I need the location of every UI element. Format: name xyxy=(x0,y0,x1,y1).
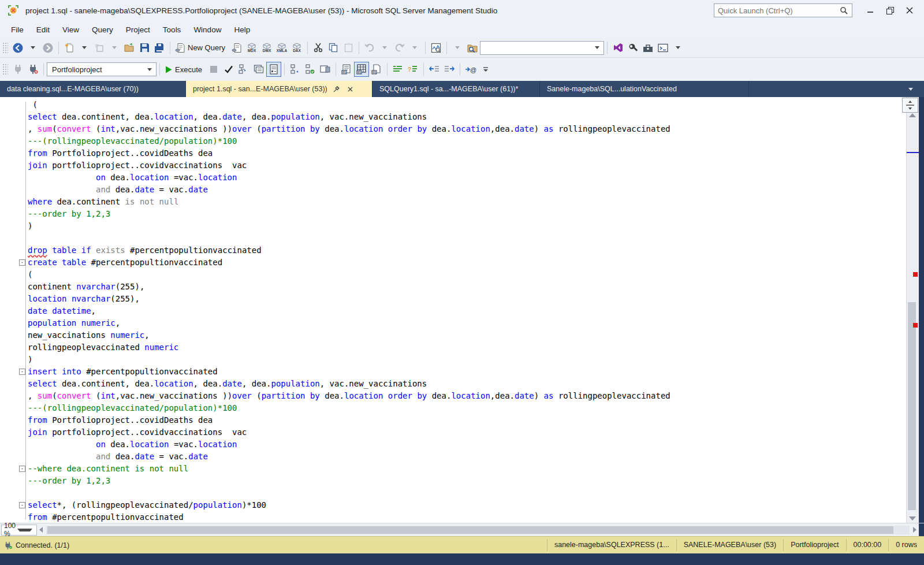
dax-query-icon[interactable]: DAX xyxy=(289,40,304,55)
tab-table-designer[interactable]: Sanele-mageba\SQL...ulationVaccinated xyxy=(540,81,749,97)
quick-launch-input[interactable]: Quick Launch (Ctrl+Q) xyxy=(714,3,852,17)
toolbar-grip[interactable] xyxy=(2,64,8,75)
menu-file[interactable]: File xyxy=(5,23,30,37)
navigate-back-dropdown[interactable] xyxy=(25,40,40,55)
code-line[interactable]: rollingpeoplevaccinated numeric xyxy=(28,341,901,354)
menu-window[interactable]: Window xyxy=(187,23,228,37)
tab-project1-active[interactable]: project 1.sql - san...E-MAGEBA\user (53)… xyxy=(186,81,372,97)
database-engine-query-icon[interactable] xyxy=(229,40,244,55)
code-line[interactable]: from Portfolioproject..covidDeaths dea xyxy=(28,414,901,426)
code-line[interactable]: on dea.location =vac.location xyxy=(28,438,901,451)
status-user[interactable]: SANELE-MAGEBA\user (53) xyxy=(676,539,783,551)
error-marker[interactable] xyxy=(913,272,918,277)
scroll-up-arrow[interactable] xyxy=(909,113,916,117)
horizontal-scrollbar[interactable] xyxy=(46,526,910,534)
find-combobox[interactable] xyxy=(480,41,604,55)
open-file-button[interactable] xyxy=(122,40,137,55)
change-connection-icon[interactable] xyxy=(25,62,40,77)
xmla-query-icon[interactable]: XMLA xyxy=(274,40,289,55)
code-line[interactable]: new_vaccinations numeric, xyxy=(28,329,901,341)
new-query-button[interactable]: New Query xyxy=(173,40,229,55)
code-line[interactable]: ---(rollingpeoplevaccinated/population)*… xyxy=(28,135,901,147)
code-line[interactable]: where dea.continent is not null xyxy=(28,196,901,208)
vs-ide-icon[interactable] xyxy=(610,40,625,55)
display-estimated-plan-icon[interactable] xyxy=(236,62,251,77)
sql-code-editor[interactable]: ---- (select dea.continent, dea.location… xyxy=(0,97,924,523)
add-item-button[interactable] xyxy=(92,40,107,55)
code-line[interactable]: from #percentpopultionvaccinated xyxy=(28,511,901,523)
dmx-query-icon[interactable]: DMX xyxy=(259,40,274,55)
copy-icon[interactable] xyxy=(326,40,341,55)
code-line[interactable]: and dea.date = vac.date xyxy=(28,451,901,463)
save-all-button[interactable] xyxy=(152,40,167,55)
toolbox-icon[interactable] xyxy=(640,40,655,55)
decrease-indent-icon[interactable] xyxy=(427,62,442,77)
specify-parameters-icon[interactable]: @ xyxy=(463,62,478,77)
code-line[interactable]: ) xyxy=(28,354,901,366)
parse-icon[interactable] xyxy=(221,62,236,77)
status-server[interactable]: sanele-mageba\SQLEXPRESS (1... xyxy=(547,539,676,551)
scrollbar-thumb[interactable] xyxy=(908,302,916,510)
code-line[interactable]: ---order by 1,2,3 xyxy=(28,475,901,487)
mdx-query-icon[interactable]: MDX xyxy=(244,40,259,55)
code-lines[interactable]: (select dea.continent, dea.location, dea… xyxy=(28,99,901,523)
activity-monitor-icon[interactable] xyxy=(429,40,444,55)
menu-view[interactable]: View xyxy=(56,23,85,37)
code-line[interactable]: select dea.continent, dea.location, dea.… xyxy=(28,111,901,123)
error-marker[interactable] xyxy=(913,323,918,328)
code-line[interactable]: ( xyxy=(28,269,901,281)
fold-collapse-box[interactable]: - xyxy=(19,502,25,508)
close-button[interactable] xyxy=(900,3,919,18)
tab-sqlquery1[interactable]: SQLQuery1.sql - sa...-MAGEBA\user (61))* xyxy=(372,81,540,97)
find-in-files-icon[interactable] xyxy=(465,40,480,55)
restore-button[interactable] xyxy=(880,3,900,18)
database-combobox[interactable]: Portfolioproject xyxy=(47,62,157,76)
close-icon[interactable] xyxy=(346,84,355,94)
zoom-control[interactable]: 100 % xyxy=(1,525,37,536)
execute-button[interactable]: Execute xyxy=(163,62,206,77)
code-line[interactable]: location nvarchar(255), xyxy=(28,293,901,305)
toolbar-options-dropdown[interactable] xyxy=(670,40,685,55)
intellisense-enabled-toggle[interactable] xyxy=(266,62,281,77)
sqlcmd-mode-icon[interactable] xyxy=(318,62,333,77)
disabled-dropdown[interactable] xyxy=(450,40,465,55)
code-line[interactable]: insert into #percentpopultionvaccinated xyxy=(28,366,901,378)
code-line[interactable] xyxy=(28,487,901,499)
cut-icon[interactable] xyxy=(311,40,326,55)
comment-lines-icon[interactable] xyxy=(390,62,405,77)
code-line[interactable]: join portfolioproject..covidvaccinations… xyxy=(28,159,901,172)
code-line[interactable]: ) xyxy=(28,220,901,232)
command-window-icon[interactable] xyxy=(655,40,670,55)
pin-icon[interactable] xyxy=(332,84,341,94)
tab-list-dropdown[interactable] xyxy=(903,81,918,96)
cancel-query-icon[interactable] xyxy=(206,62,221,77)
redo-dropdown[interactable] xyxy=(407,40,422,55)
redo-icon[interactable] xyxy=(392,40,407,55)
code-line[interactable]: , sum(convert (int,vac.new_vaccinations … xyxy=(28,123,901,135)
code-line[interactable]: --where dea.continent is not null xyxy=(28,463,901,475)
minimize-button[interactable] xyxy=(860,3,880,18)
editor-gutter[interactable]: ---- xyxy=(0,97,27,523)
fold-collapse-box[interactable]: - xyxy=(19,466,25,472)
results-to-file-icon[interactable]: 01 xyxy=(369,62,384,77)
menu-query[interactable]: Query xyxy=(85,23,120,37)
code-line[interactable]: join portfolioproject..covidvaccinations… xyxy=(28,426,901,438)
code-line[interactable]: select dea.continent, dea.location, dea.… xyxy=(28,378,901,390)
zoom-dropdown[interactable] xyxy=(17,529,32,531)
undo-icon[interactable] xyxy=(362,40,377,55)
scroll-down-arrow[interactable] xyxy=(909,516,916,521)
code-line[interactable]: , sum(convert (int,vac.new_vaccinations … xyxy=(28,390,901,402)
fold-collapse-box[interactable]: - xyxy=(19,369,25,375)
menu-help[interactable]: Help xyxy=(228,23,256,37)
scroll-right-arrow[interactable] xyxy=(911,527,919,533)
database-combobox-dropdown[interactable] xyxy=(147,68,152,71)
new-file-button[interactable] xyxy=(62,40,77,55)
wrench-icon[interactable] xyxy=(625,40,640,55)
results-to-text-icon[interactable]: 01 xyxy=(339,62,354,77)
find-combobox-dropdown[interactable] xyxy=(595,46,599,49)
new-file-dropdown[interactable] xyxy=(77,40,92,55)
code-line[interactable]: select*, (rollingpeoplevaccinated/popula… xyxy=(28,499,901,511)
menu-tools[interactable]: Tools xyxy=(157,23,188,37)
paste-icon[interactable] xyxy=(341,40,356,55)
code-line[interactable]: on dea.location =vac.location xyxy=(28,172,901,184)
